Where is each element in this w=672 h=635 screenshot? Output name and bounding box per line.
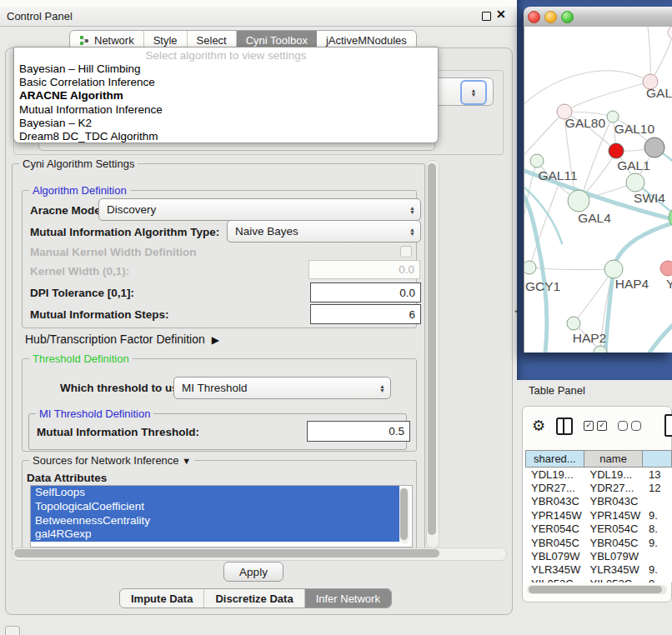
attribute-item[interactable]: SelfLoops — [31, 486, 399, 500]
tab-label: Cyni Toolbox — [246, 34, 308, 47]
mi-type-value: Naive Bayes — [235, 225, 298, 238]
network-node[interactable] — [604, 260, 623, 278]
tab-label: jActiveMNodules — [326, 34, 407, 47]
network-view[interactable]: GAL80GAL10GAL11GAL1SWI4GAL4GCY1HAP4HAP2G… — [524, 27, 672, 352]
control-panel-title: Control Panel — [7, 10, 73, 22]
settings-vertical-scrollbar[interactable] — [426, 160, 439, 548]
dpi-tolerance-field[interactable]: 0.0 — [310, 282, 421, 302]
table-row[interactable]: YER054CYER054C8. — [525, 522, 672, 536]
kernel-width-value: 0.0 — [399, 263, 414, 276]
node-label: GAL — [646, 86, 672, 100]
mi-threshold-box-title: MI Threshold Definition — [36, 408, 153, 420]
expanded-arrow-icon[interactable]: ▼ — [182, 456, 191, 466]
close-icon[interactable]: ✕ — [496, 8, 506, 21]
hub-definition-label: Hub/Transcription Factor Definition — [25, 332, 205, 346]
network-node[interactable] — [607, 111, 619, 122]
corner-grip[interactable] — [5, 626, 20, 635]
table-row[interactable]: YDR27...YDR27...12 — [525, 481, 672, 494]
close-traffic-light-icon[interactable] — [528, 11, 540, 23]
float-window-icon[interactable] — [482, 12, 491, 21]
hub-definition-expander[interactable]: Hub/Transcription Factor Definition▶ — [25, 332, 219, 346]
bottom-tab-discretize-data[interactable]: Discretize Data — [204, 589, 304, 608]
table-cell: YBR045C — [584, 537, 644, 549]
aracne-mode-combobox[interactable]: Discovery ▲▼ — [98, 198, 421, 221]
network-node[interactable] — [568, 190, 589, 212]
network-node[interactable] — [668, 27, 672, 39]
algorithm-option[interactable]: Dream8 DC_TDC Algorithm — [14, 130, 438, 143]
network-graph: GAL80GAL10GAL11GAL1SWI4GAL4GCY1HAP4HAP2G… — [524, 27, 672, 352]
minimize-traffic-light-icon[interactable] — [544, 11, 557, 23]
algorithm-placeholder: Select algorithm to view settings — [14, 48, 438, 62]
table-row[interactable]: YBL079WYBL079W — [525, 549, 672, 562]
split-view-icon[interactable] — [556, 418, 573, 435]
manual-kernel-checkbox[interactable] — [400, 246, 412, 258]
network-node[interactable] — [644, 138, 664, 158]
settings-horizontal-scrollbar[interactable] — [12, 548, 507, 561]
apply-button-label: Apply — [239, 566, 268, 578]
node-label: GCY1 — [525, 279, 560, 293]
zoom-traffic-light-icon[interactable] — [561, 11, 574, 23]
top-strip — [0, 0, 517, 7]
mi-threshold-value: 0.5 — [389, 425, 404, 438]
table-cell: YBR043C — [525, 495, 584, 508]
checked-columns-icon[interactable]: ✓✓ — [584, 421, 607, 431]
attribute-item[interactable]: BetweennessCentrality — [31, 514, 399, 528]
attributes-scrollbar[interactable] — [399, 487, 409, 544]
table-row[interactable]: YIL052CYIL052C9 — [525, 577, 672, 582]
which-threshold-combobox[interactable]: MI Threshold ▲▼ — [173, 377, 391, 399]
table-cell: YPR145W — [584, 509, 644, 522]
spinner-down-icon: ▼ — [471, 92, 477, 97]
which-threshold-label: Which threshold to use: — [60, 382, 188, 394]
network-node[interactable] — [530, 154, 544, 168]
table-header-cell[interactable]: name — [584, 450, 644, 468]
table-row[interactable]: YLR345WYLR345W9. — [525, 563, 672, 577]
network-node[interactable] — [609, 143, 624, 158]
attribute-item[interactable]: gal4RGexp — [31, 528, 399, 542]
network-window-titlebar[interactable] — [524, 7, 672, 28]
table-rows: YDL19...YDL19...13YDR27...YDR27...12YBR0… — [525, 468, 672, 582]
algorithm-option[interactable]: ARACNE Algorithm — [14, 89, 438, 102]
file-icon[interactable] — [664, 414, 672, 437]
algorithm-list: Bayesian – Hill ClimbingBasic Correlatio… — [14, 62, 438, 143]
algorithm-option[interactable]: Basic Correlation Inference — [14, 76, 438, 89]
table-row[interactable]: YBR045CYBR045C9. — [525, 536, 672, 549]
table-horizontal-scrollbar[interactable] — [527, 585, 667, 594]
table-cell: YBL079W — [525, 550, 584, 562]
node-label: HAP2 — [573, 331, 607, 345]
bottom-tab-impute-data[interactable]: Impute Data — [120, 589, 204, 608]
table-header-row: shared...name — [525, 450, 672, 468]
bottom-tab-infer-network[interactable]: Infer Network — [305, 589, 391, 608]
apply-button[interactable]: Apply — [223, 562, 283, 582]
gear-icon[interactable]: ⚙ — [532, 418, 545, 434]
table-row[interactable]: YDL19...YDL19...13 — [525, 468, 672, 481]
aracne-mode-label: Aracne Mode: — [30, 204, 104, 217]
network-node[interactable] — [524, 261, 536, 274]
mi-threshold-field[interactable]: 0.5 — [307, 421, 410, 442]
node-label: HAP4 — [615, 277, 649, 291]
node-table: shared...name YDL19...YDL19...13YDR27...… — [525, 450, 672, 595]
mi-type-label: Mutual Information Algorithm Type: — [30, 226, 219, 238]
algorithm-option[interactable]: Bayesian – K2 — [14, 117, 438, 130]
table-row[interactable]: YBR043CYBR043C — [525, 495, 672, 508]
node-label: SWI4 — [634, 191, 665, 205]
table-row[interactable]: YPR145WYPR145W9. — [525, 508, 672, 522]
threshold-title: Threshold Definition — [29, 352, 133, 365]
unchecked-columns-icon[interactable] — [618, 421, 641, 431]
table-header-cell[interactable] — [643, 450, 672, 468]
table-header-cell[interactable]: shared... — [525, 450, 584, 468]
mi-steps-field[interactable]: 6 — [310, 304, 421, 324]
table-cell: 13 — [643, 468, 672, 481]
table-cell: YIL052C — [525, 578, 584, 582]
dpi-tolerance-value: 0.0 — [399, 287, 415, 299]
attribute-item[interactable]: TopologicalCoefficient — [31, 500, 399, 514]
kernel-width-label: Kernel Width (0,1): — [30, 265, 129, 278]
combobox-arrow-button[interactable]: ▲▼ — [460, 80, 487, 105]
kernel-width-field[interactable]: 0.0 — [308, 260, 420, 279]
network-node[interactable] — [567, 317, 580, 330]
network-node[interactable] — [660, 261, 672, 276]
mi-type-combobox[interactable]: Naive Bayes ▲▼ — [227, 220, 421, 242]
algorithm-option[interactable]: Bayesian – Hill Climbing — [14, 62, 438, 76]
table-cell: 9. — [643, 563, 672, 576]
algorithm-option[interactable]: Mutual Information Inference — [14, 103, 438, 117]
network-node[interactable] — [626, 173, 644, 192]
